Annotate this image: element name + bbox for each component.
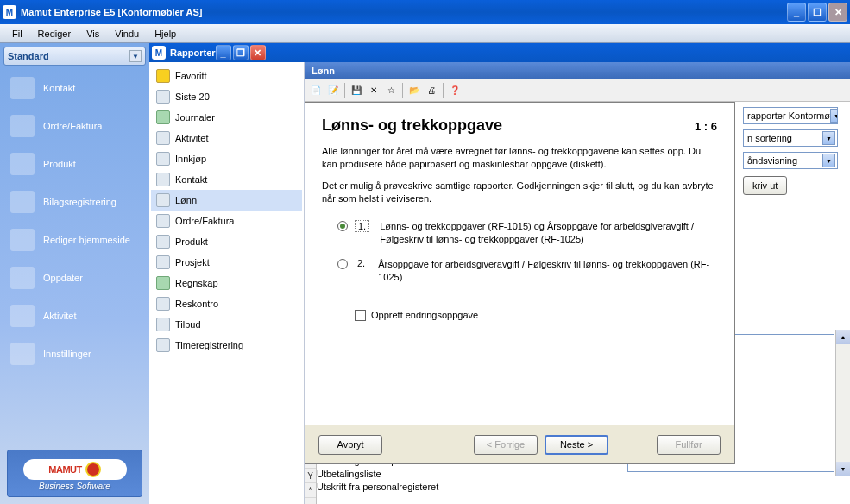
sidebar-item-produkt[interactable]: Produkt bbox=[0, 145, 149, 183]
list-item[interactable]: Utbetalingsliste bbox=[317, 468, 447, 481]
window-title: Mamut Enterprise E5 [Kontormøbler AS] bbox=[21, 7, 787, 17]
nav-label: Kontakt bbox=[175, 174, 207, 185]
tb-star-icon[interactable]: ☆ bbox=[383, 83, 399, 98]
combo-output[interactable]: åndsvisning▼ bbox=[743, 152, 838, 169]
nav-kontakt[interactable]: Kontakt bbox=[151, 169, 302, 190]
menu-vindu[interactable]: Vindu bbox=[108, 27, 146, 41]
nav-reskontro[interactable]: Reskontro bbox=[151, 293, 302, 314]
menu-rediger[interactable]: Rediger bbox=[31, 27, 79, 41]
tb-help-icon[interactable]: ❓ bbox=[447, 83, 463, 98]
nav-timeregistrering[interactable]: Timeregistrering bbox=[151, 335, 302, 356]
minimize-button[interactable]: _ bbox=[787, 3, 806, 22]
nav-ordre[interactable]: Ordre/Faktura bbox=[151, 211, 302, 231]
time-icon bbox=[156, 338, 170, 352]
scrollbar-vertical[interactable]: ▲ ▼ bbox=[835, 330, 850, 476]
nav-label: Siste 20 bbox=[175, 91, 210, 102]
menu-hjelp[interactable]: Hjelp bbox=[148, 27, 183, 41]
next-button[interactable]: Neste > bbox=[545, 435, 608, 455]
offer-icon bbox=[156, 318, 170, 331]
nav-siste20[interactable]: Siste 20 bbox=[151, 86, 302, 107]
section-header: Lønn bbox=[305, 62, 850, 79]
checkbox-endring[interactable]: Opprett endringsoppgave bbox=[355, 310, 717, 321]
ledger-icon bbox=[156, 297, 170, 311]
nav-tilbud[interactable]: Tilbud bbox=[151, 314, 302, 335]
sidebar-label: Rediger hjemmeside bbox=[43, 235, 130, 245]
nav-lonn[interactable]: Lønn bbox=[151, 190, 302, 211]
payroll-icon bbox=[156, 193, 170, 207]
scroll-up-icon[interactable]: ▲ bbox=[836, 330, 850, 344]
list-item[interactable]: Utskrift fra personalregisteret bbox=[317, 481, 447, 494]
sidebar-label: Ordre/Faktura bbox=[43, 121, 102, 131]
menu-fil[interactable]: Fil bbox=[5, 27, 29, 41]
app-icon: M bbox=[3, 5, 16, 19]
sidebar-item-hjemmeside[interactable]: Rediger hjemmeside bbox=[0, 221, 149, 259]
radio-icon[interactable] bbox=[337, 259, 348, 269]
nav-innkjop[interactable]: Innkjøp bbox=[151, 148, 302, 169]
checkbox-icon[interactable] bbox=[355, 310, 366, 321]
sidebar-item-kontakt[interactable]: Kontakt bbox=[0, 69, 149, 107]
main-titlebar: M Mamut Enterprise E5 [Kontormøbler AS] … bbox=[0, 0, 850, 24]
tb-delete-icon[interactable]: ✕ bbox=[366, 83, 381, 98]
chevron-down-icon: ▼ bbox=[822, 154, 835, 167]
reports-title: Rapporter bbox=[170, 47, 216, 58]
content-area: Lønn 📄 📝 💾 ✕ ☆ 📂 🖨 ❓ ABCDEFGHIJKLMNOPQRS… bbox=[305, 62, 850, 504]
finish-button: Fullfør bbox=[657, 435, 721, 455]
nav-favoritt[interactable]: Favoritt bbox=[151, 66, 302, 86]
nav-label: Prosjekt bbox=[175, 257, 210, 268]
nav-label: Reskontro bbox=[175, 299, 218, 309]
sidebar-item-ordre[interactable]: Ordre/Faktura bbox=[0, 107, 149, 145]
reports-minimize-button[interactable]: _ bbox=[216, 45, 231, 60]
brand-logo: MAMUT bbox=[23, 459, 127, 480]
nav-regnskap[interactable]: Regnskap bbox=[151, 273, 302, 293]
order-icon bbox=[10, 115, 35, 137]
sidebar-label: Aktivitet bbox=[43, 311, 77, 321]
nav-journaler[interactable]: Journaler bbox=[151, 107, 302, 128]
reports-restore-button[interactable]: ❐ bbox=[233, 45, 249, 60]
alpha-letter[interactable]: * bbox=[305, 483, 316, 498]
button-label: kriv ut bbox=[752, 180, 778, 191]
sidebar-label: Produkt bbox=[43, 159, 76, 169]
sidebar-selector[interactable]: Standard ▼ bbox=[3, 47, 146, 66]
tb-print-icon[interactable]: 🖨 bbox=[424, 83, 439, 98]
update-icon bbox=[10, 267, 35, 289]
option-2[interactable]: 2. Årsoppgave for arbeidsgiveravgift / F… bbox=[337, 258, 717, 284]
cancel-button[interactable]: Avbryt bbox=[318, 435, 382, 455]
print-button[interactable]: kriv ut bbox=[743, 176, 787, 195]
tb-edit-icon[interactable]: 📝 bbox=[325, 83, 341, 98]
combo-value: n sortering bbox=[747, 133, 792, 143]
sidebar-item-bilag[interactable]: Bilagsregistrering bbox=[0, 183, 149, 221]
nav-label: Innkjøp bbox=[175, 154, 206, 164]
brand-subtitle: Business Software bbox=[15, 482, 135, 491]
option-number: 2. bbox=[355, 258, 368, 268]
checkbox-label: Opprett endringsoppgave bbox=[371, 310, 478, 320]
sidebar-label: Innstillinger bbox=[43, 349, 91, 359]
option-1[interactable]: 1. Lønns- og trekkoppgaver (RF-1015) og … bbox=[337, 220, 717, 246]
order-icon bbox=[156, 214, 170, 228]
nav-label: Favoritt bbox=[175, 71, 207, 81]
product-icon bbox=[156, 235, 170, 249]
radio-icon[interactable] bbox=[337, 221, 348, 231]
button-label: Avbryt bbox=[337, 439, 364, 450]
sidebar-item-oppdater[interactable]: Oppdater bbox=[0, 259, 149, 297]
brand-panel: MAMUT Business Software bbox=[7, 450, 142, 497]
tb-folder-icon[interactable]: 📂 bbox=[406, 83, 422, 98]
tb-new-icon[interactable]: 📄 bbox=[308, 83, 324, 98]
sidebar-item-aktivitet[interactable]: Aktivitet bbox=[0, 297, 149, 335]
history-icon bbox=[156, 90, 170, 104]
scroll-down-icon[interactable]: ▼ bbox=[836, 462, 850, 476]
combo-report-set[interactable]: rapporter Kontormø▼ bbox=[743, 107, 838, 124]
contact-icon bbox=[156, 173, 170, 186]
alpha-letter[interactable]: Y bbox=[305, 469, 316, 483]
button-label: Fullfør bbox=[675, 439, 702, 450]
reports-close-button[interactable]: ✕ bbox=[250, 45, 266, 60]
nav-produkt[interactable]: Produkt bbox=[151, 231, 302, 252]
tb-save-icon[interactable]: 💾 bbox=[349, 83, 364, 98]
nav-prosjekt[interactable]: Prosjekt bbox=[151, 252, 302, 273]
maximize-button[interactable]: ☐ bbox=[808, 3, 827, 22]
option-text: Årsoppgave for arbeidsgiveravgift / Følg… bbox=[378, 258, 717, 284]
sidebar-item-innstillinger[interactable]: Innstillinger bbox=[0, 335, 149, 373]
combo-sort[interactable]: n sortering▼ bbox=[743, 129, 838, 147]
close-button[interactable]: ✕ bbox=[828, 3, 847, 22]
nav-aktivitet[interactable]: Aktivitet bbox=[151, 128, 302, 148]
menu-vis[interactable]: Vis bbox=[79, 27, 106, 41]
